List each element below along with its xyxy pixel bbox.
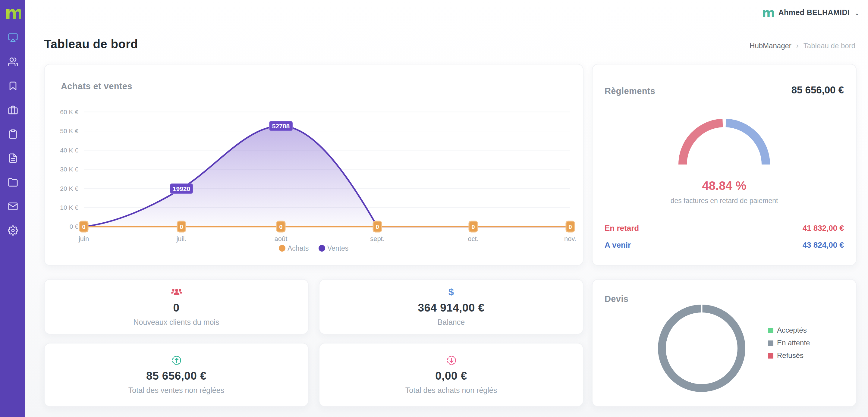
reglements-row-upcoming: A venir 43 824,00 €: [604, 240, 844, 250]
late-amount: 41 832,00 €: [803, 224, 844, 233]
stat-value: 0,00 €: [435, 370, 467, 383]
achats-badge: 0: [568, 224, 572, 230]
stat-label: Nouveaux clients du mois: [133, 318, 219, 327]
legend-label-achats: Achats: [287, 244, 309, 252]
stat-value: 85 656,00 €: [146, 370, 207, 383]
stat-card-balance: $ 364 914,00 € Balance: [319, 279, 584, 334]
user-avatar-logo: m: [762, 6, 774, 19]
upcoming-label: A venir: [604, 240, 631, 250]
gauge-arc-late: [683, 123, 723, 164]
achats-badge: 0: [279, 224, 282, 230]
user-menu[interactable]: m Ahmed BELHAMIDI ⌄: [762, 6, 860, 19]
x-tick: oct.: [468, 235, 478, 243]
achats-ventes-card: Achats et ventes: [44, 64, 584, 266]
reglements-row-late: En retard 41 832,00 €: [604, 224, 844, 233]
main-content: Tableau de bord HubManager › Tableau de …: [25, 0, 868, 417]
folder-icon[interactable]: [7, 177, 18, 187]
upcoming-amount: 43 824,00 €: [803, 240, 844, 250]
people-group-icon: [170, 287, 182, 298]
sidebar: m: [0, 0, 25, 417]
avatar-letter: m: [762, 6, 774, 19]
dashboard-page: m: [0, 0, 868, 417]
circle-arrow-up-icon: [170, 355, 182, 366]
devis-card: Devis Acceptés En attente Refusés: [592, 279, 857, 407]
page-title: Tableau de bord: [44, 37, 138, 51]
late-label: En retard: [604, 224, 639, 233]
ventes-area: [84, 126, 377, 227]
breadcrumb-root[interactable]: HubManager: [749, 41, 792, 50]
sidebar-nav: [7, 33, 18, 236]
donut-en-attente: [662, 309, 741, 388]
chevron-down-icon: ⌄: [855, 9, 860, 16]
airplay-dashboard-icon[interactable]: [7, 33, 18, 43]
circle-arrow-down-icon: [445, 355, 457, 366]
settings-icon[interactable]: [7, 225, 18, 236]
gauge-caption: des factures en retard de paiement: [671, 197, 778, 204]
legend-label-ventes: Ventes: [327, 244, 348, 252]
breadcrumb-current: Tableau de bord: [804, 41, 855, 50]
devis-donut-chart: [592, 280, 856, 406]
user-name: Ahmed BELHAMIDI: [778, 8, 850, 17]
chart-legend[interactable]: Achats Ventes: [279, 244, 348, 252]
legend-dot-ventes: [318, 245, 325, 252]
y-tick: 40 K €: [60, 147, 79, 154]
achats-badge: 0: [180, 224, 183, 230]
y-tick: 20 K €: [60, 185, 79, 192]
stat-label: Total des ventes non réglées: [128, 386, 224, 395]
reglements-gauge-chart: 48.84 % des factures en retard de paieme…: [592, 64, 856, 265]
ventes-badge-juil: 19920: [173, 185, 190, 192]
stat-value: 364 914,00 €: [418, 301, 485, 315]
stat-label: Balance: [438, 318, 465, 327]
legend-item-en-attente[interactable]: En attente: [768, 339, 810, 347]
bookmark-icon[interactable]: [7, 81, 18, 91]
x-tick: juil.: [176, 235, 186, 243]
file-text-icon[interactable]: [7, 153, 18, 163]
dollar-icon: $: [448, 287, 454, 298]
x-tick: nov.: [564, 235, 576, 243]
devis-legend: Acceptés En attente Refusés: [768, 326, 810, 360]
stat-value: 0: [173, 301, 180, 315]
stat-card-unpaid-purchases: 0,00 € Total des achats non réglés: [319, 343, 584, 407]
legend-swatch-gray: [768, 340, 773, 346]
x-tick: sept.: [370, 235, 384, 243]
legend-label: En attente: [777, 339, 810, 347]
y-tick: 30 K €: [60, 166, 79, 173]
legend-label: Acceptés: [777, 326, 807, 334]
legend-swatch-red: [768, 353, 773, 358]
x-tick: juin: [79, 235, 89, 243]
briefcase-icon[interactable]: [7, 105, 18, 115]
legend-swatch-green: [768, 327, 773, 333]
x-tick: août: [275, 235, 287, 243]
stat-label: Total des achats non réglés: [405, 386, 497, 395]
breadcrumb-separator-icon: ›: [796, 41, 799, 50]
reglements-card: Règlements 85 656,00 € 48.84 % des factu…: [592, 64, 857, 266]
breadcrumb: HubManager › Tableau de bord: [749, 41, 855, 50]
achats-badge: 0: [82, 224, 85, 230]
y-tick: 0 €: [70, 223, 79, 230]
mail-icon[interactable]: [7, 201, 18, 212]
users-icon[interactable]: [7, 57, 18, 67]
y-tick: 10 K €: [60, 204, 79, 211]
gauge-arc-upcoming: [726, 123, 766, 164]
achats-badge: 0: [375, 224, 379, 230]
gauge-percent: 48.84 %: [702, 179, 747, 192]
legend-item-refuses[interactable]: Refusés: [768, 351, 810, 360]
y-tick: 50 K €: [60, 127, 79, 134]
stat-card-new-clients: 0 Nouveaux clients du mois: [44, 279, 309, 334]
achats-ventes-chart: 60 K € 50 K € 40 K € 30 K € 20 K € 10 K …: [44, 64, 583, 265]
legend-dot-achats: [279, 245, 285, 252]
chart-y-axis: 60 K € 50 K € 40 K € 30 K € 20 K € 10 K …: [60, 108, 79, 230]
achats-badge: 0: [471, 224, 475, 230]
legend-label: Refusés: [777, 351, 804, 360]
logo-letter: m: [5, 4, 21, 23]
stat-card-unpaid-sales: 85 656,00 € Total des ventes non réglées: [44, 343, 309, 407]
clipboard-icon[interactable]: [7, 129, 18, 139]
ventes-badge-aout: 52788: [272, 123, 290, 130]
chart-x-axis: juin juil. août sept. oct. nov.: [79, 235, 576, 243]
app-logo[interactable]: m: [4, 4, 21, 23]
legend-item-acceptes[interactable]: Acceptés: [768, 326, 810, 334]
y-tick: 60 K €: [60, 108, 79, 116]
